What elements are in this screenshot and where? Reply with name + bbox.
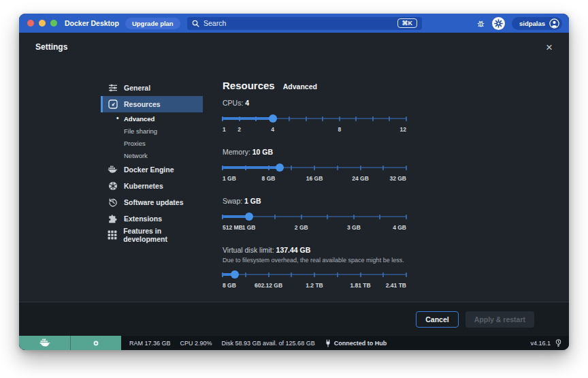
cpus-setting: CPUs: 4124812 — [223, 99, 406, 133]
search-shortcut-badge: ⌘K — [397, 18, 418, 28]
tip-lightbulb-icon[interactable] — [555, 338, 562, 347]
memory-tick — [337, 166, 338, 170]
settings-button-active[interactable] — [492, 17, 505, 30]
virtual-disk-limit-tick — [382, 272, 384, 277]
tick-label: 2 — [238, 126, 241, 133]
sidebar-item-software-updates[interactable]: Software updates — [101, 194, 203, 210]
virtual-disk-limit-setting: Virtual disk limit: 137.44 GBDue to file… — [223, 246, 406, 289]
sidebar-subitem-label: Network — [124, 152, 148, 159]
tick-label: 8 — [338, 126, 341, 133]
bug-report-icon[interactable] — [476, 19, 485, 28]
cpus-tick-labels: 124812 — [223, 126, 406, 133]
cancel-button[interactable]: Cancel — [416, 311, 458, 328]
puzzle-icon — [108, 214, 118, 223]
virtual-disk-limit-note: Due to filesystem overhead, the real ava… — [223, 257, 406, 264]
memory-tick-labels: 1 GB8 GB16 GB24 GB32 GB — [223, 175, 406, 183]
update-clock-icon — [108, 198, 118, 207]
settings-footer: Cancel Apply & restart — [19, 302, 569, 336]
sliders-icon — [108, 83, 118, 93]
settings-header: Settings × — [19, 33, 569, 57]
memory-tick — [360, 166, 361, 170]
memory-value: 10 GB — [252, 148, 273, 156]
memory-tick — [314, 166, 315, 170]
virtual-disk-limit-tick — [360, 272, 361, 277]
cpus-tick — [355, 116, 357, 121]
hub-connection-status: Connected to Hub — [334, 340, 387, 347]
cpus-tick — [289, 116, 290, 121]
tick-label: 8 GB — [262, 175, 276, 182]
whale-status-icon — [39, 338, 50, 347]
upgrade-plan-button[interactable]: Upgrade plan — [125, 18, 180, 29]
swap-tick — [353, 215, 355, 219]
sidebar-subitem-label: Advanced — [124, 115, 154, 123]
sidebar-item-label: Features in development — [123, 227, 203, 243]
tick-label: 12 — [400, 126, 406, 133]
sidebar-subitem-file-sharing[interactable]: File sharing — [101, 125, 203, 137]
desktop-background: Docker Desktop Upgrade plan Search ⌘K — [0, 0, 588, 378]
sidebar-subitem-advanced[interactable]: •Advanced — [101, 112, 203, 125]
apply-restart-button[interactable]: Apply & restart — [466, 311, 534, 328]
whale-icon — [108, 166, 118, 174]
sidebar-item-label: Resources — [124, 100, 161, 108]
close-settings-button[interactable]: × — [546, 42, 553, 53]
app-version: v4.16.1 — [530, 340, 551, 347]
minimize-window-button[interactable] — [39, 20, 46, 27]
cpus-slider-handle[interactable] — [269, 114, 277, 123]
vm-status-segment[interactable] — [70, 336, 121, 350]
memory-tick — [406, 166, 407, 170]
tick-label: 512 MB — [223, 224, 243, 231]
virtual-disk-limit-tick — [268, 272, 270, 277]
memory-label: Memory: 10 GB — [223, 148, 406, 156]
tick-label: 16 GB — [306, 175, 323, 182]
search-input[interactable]: Search ⌘K — [187, 17, 422, 30]
zoom-window-button[interactable] — [50, 20, 57, 27]
settings-sidebar: GeneralResources•AdvancedFile sharingPro… — [101, 80, 203, 302]
swap-tick — [406, 215, 407, 219]
virtual-disk-limit-value: 137.44 GB — [276, 246, 311, 254]
virtual-disk-limit-slider[interactable] — [223, 270, 406, 279]
search-icon — [192, 20, 199, 27]
sidebar-item-extensions[interactable]: Extensions — [101, 210, 203, 227]
virtual-disk-limit-slider-handle[interactable] — [231, 270, 239, 279]
memory-tick — [268, 166, 270, 170]
sidebar-item-resources[interactable]: Resources — [101, 96, 203, 112]
kubernetes-icon — [108, 181, 118, 191]
memory-tick — [291, 166, 292, 170]
tick-label: 3 GB — [347, 224, 361, 231]
sidebar-subitem-label: Proxies — [124, 140, 146, 147]
memory-setting: Memory: 10 GB1 GB8 GB16 GB24 GB32 GB — [223, 148, 406, 183]
swap-slider-handle[interactable] — [245, 212, 253, 221]
cpus-value: 4 — [245, 99, 249, 107]
sidebar-subitem-network[interactable]: Network — [101, 149, 203, 161]
cpus-tick — [372, 116, 374, 121]
swap-tick — [274, 215, 276, 219]
window-controls — [27, 20, 57, 27]
memory-slider-handle[interactable] — [276, 163, 284, 172]
memory-slider[interactable] — [223, 163, 406, 172]
tick-label: 1.2 TB — [306, 282, 323, 289]
sidebar-item-label: Extensions — [124, 215, 162, 223]
cpu-usage: CPU 2.90% — [180, 340, 212, 347]
sidebar-item-label: Software updates — [124, 198, 184, 206]
close-window-button[interactable] — [27, 20, 34, 27]
swap-slider[interactable] — [223, 212, 406, 221]
settings-title: Settings — [35, 42, 67, 52]
sidebar-item-label: Docker Engine — [124, 166, 174, 174]
cpus-slider[interactable] — [223, 114, 406, 123]
engine-running-segment[interactable] — [19, 336, 70, 350]
cpus-tick — [322, 116, 323, 121]
tick-label: 4 — [271, 126, 274, 133]
hub-plug-icon — [325, 339, 331, 347]
user-account-button[interactable]: sidpalas — [512, 17, 562, 30]
tick-label: 602.12 GB — [255, 282, 282, 289]
sidebar-item-kubernetes[interactable]: Kubernetes — [101, 178, 203, 194]
active-bullet-icon: • — [116, 114, 119, 122]
sidebar-item-label: General — [124, 84, 150, 92]
virtual-disk-limit-tick — [245, 272, 246, 277]
sidebar-item-label: Kubernetes — [124, 182, 163, 190]
sidebar-subitem-proxies[interactable]: Proxies — [101, 137, 203, 149]
sidebar-item-general[interactable]: General — [101, 80, 203, 96]
sidebar-item-features-in-development[interactable]: Features in development — [101, 227, 203, 243]
gear-icon — [494, 19, 503, 28]
sidebar-item-docker-engine[interactable]: Docker Engine — [101, 161, 203, 178]
